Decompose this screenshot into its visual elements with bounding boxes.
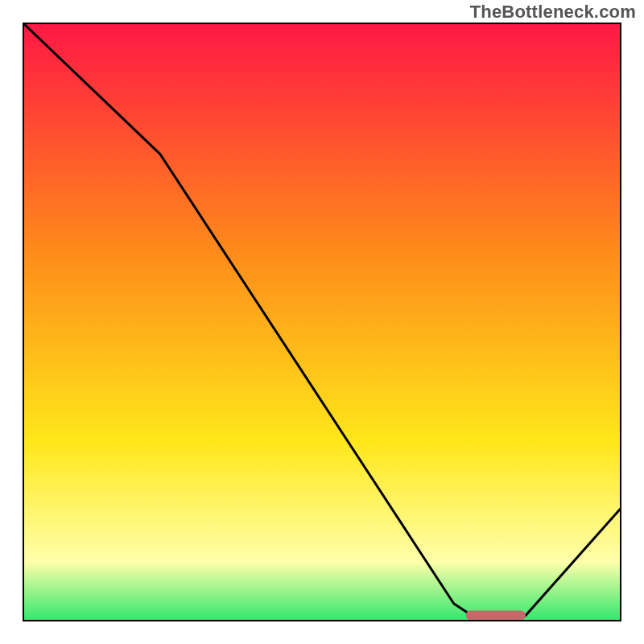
plot-frame [23,23,621,621]
optimal-marker [466,611,526,621]
gradient-background [23,23,621,621]
plot-svg [23,23,621,621]
chart-container: TheBottleneck.com [0,0,644,644]
watermark-text: TheBottleneck.com [470,2,636,23]
